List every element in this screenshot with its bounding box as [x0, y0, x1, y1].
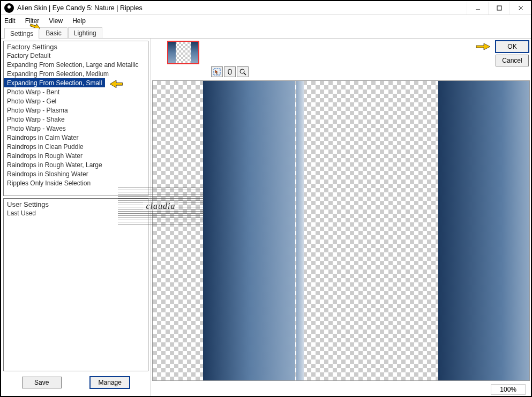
dialog-button-column: OK Cancel: [496, 41, 529, 69]
tab-lighting[interactable]: Lighting: [68, 27, 102, 38]
thumb-gradient: [168, 42, 176, 63]
marquee-tool-button[interactable]: [211, 66, 223, 77]
list-item-selected[interactable]: Expanding From Selection, Small: [4, 78, 105, 87]
list-item[interactable]: Raindrops in Rough Water, Large: [4, 160, 148, 169]
preview-thumbnail[interactable]: [167, 41, 199, 64]
tool-strip: [211, 66, 249, 77]
thumb-gradient: [191, 42, 198, 63]
save-button[interactable]: Save: [22, 377, 62, 388]
tutorial-pointer-icon: [109, 77, 124, 88]
list-item[interactable]: Raindrops in Calm Water: [4, 133, 148, 142]
ok-button[interactable]: OK: [496, 41, 529, 53]
tab-strip: Settings Basic Lighting: [1, 27, 531, 39]
menu-bar: Edit Filter View Help: [1, 15, 531, 27]
list-item[interactable]: Photo Warp - Bent: [4, 87, 148, 96]
cancel-button[interactable]: Cancel: [496, 55, 529, 66]
list-item[interactable]: Expanding From Selection, Large and Meta…: [4, 60, 148, 69]
menu-edit[interactable]: Edit: [4, 17, 16, 25]
main-area: Factory Settings Factory Default Expandi…: [1, 39, 531, 396]
list-item[interactable]: Last Used: [4, 208, 148, 218]
hand-tool-button[interactable]: [224, 66, 236, 77]
svg-rect-1: [497, 6, 501, 10]
canvas-gradient-panel: [296, 81, 304, 380]
list-item[interactable]: Factory Default: [4, 51, 148, 60]
minimize-button[interactable]: [467, 2, 488, 14]
menu-help[interactable]: Help: [72, 17, 86, 25]
list-item[interactable]: Photo Warp - Gel: [4, 96, 148, 106]
zoom-level[interactable]: 100%: [491, 384, 526, 395]
tab-settings[interactable]: Settings: [4, 28, 39, 39]
svg-point-5: [240, 69, 244, 73]
svg-line-6: [244, 73, 246, 75]
status-bar: 100%: [491, 384, 526, 395]
factory-settings-header: Factory Settings: [4, 41, 148, 51]
app-icon: [4, 3, 14, 13]
close-button[interactable]: [509, 2, 531, 14]
window-title: Alien Skin | Eye Candy 5: Nature | Rippl…: [17, 4, 467, 12]
list-item[interactable]: Ripples Only Inside Selection: [4, 178, 148, 188]
user-settings-header: User Settings: [4, 199, 148, 208]
list-item[interactable]: Photo Warp - Plasma: [4, 106, 148, 115]
tab-basic[interactable]: Basic: [40, 27, 67, 38]
settings-button-row: Save Manage: [3, 371, 148, 394]
maximize-button[interactable]: [488, 2, 509, 14]
list-item[interactable]: Raindrops in Sloshing Water: [4, 169, 148, 178]
menu-view[interactable]: View: [49, 17, 63, 25]
user-settings-list[interactable]: User Settings Last Used: [3, 198, 148, 371]
list-item[interactable]: Expanding From Selection, Medium: [4, 69, 148, 78]
preview-area: OK Cancel 100%: [151, 39, 531, 396]
preview-canvas[interactable]: [152, 80, 530, 381]
list-item[interactable]: Photo Warp - Shake: [4, 115, 148, 124]
list-item[interactable]: Raindrops in Rough Water: [4, 151, 148, 160]
list-item[interactable]: Raindrops in Clean Puddle: [4, 142, 148, 151]
list-item[interactable]: Photo Warp - Waves: [4, 124, 148, 133]
settings-panel: Factory Settings Factory Default Expandi…: [1, 39, 151, 396]
factory-settings-list[interactable]: Factory Settings Factory Default Expandi…: [3, 41, 148, 196]
canvas-gradient-panel: [438, 81, 529, 380]
zoom-tool-button[interactable]: [237, 66, 249, 77]
canvas-gradient-panel: [203, 81, 295, 380]
manage-button[interactable]: Manage: [90, 377, 130, 388]
title-bar: Alien Skin | Eye Candy 5: Nature | Rippl…: [1, 1, 531, 15]
tutorial-pointer-icon: [475, 41, 491, 53]
